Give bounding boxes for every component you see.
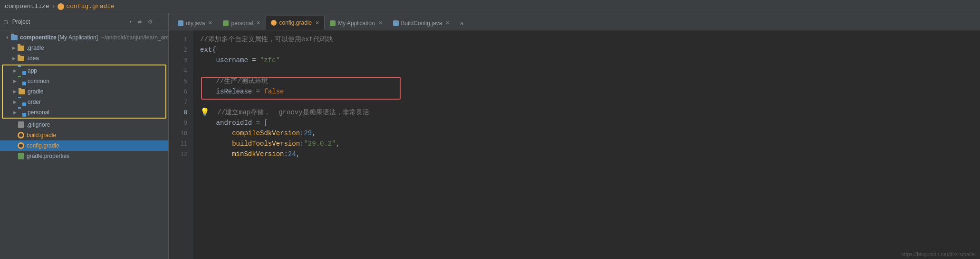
tree-item-build-gradle[interactable]: build.gradle	[0, 130, 168, 140]
line-num-5: 5	[169, 76, 192, 86]
balance-icon[interactable]: ⇌	[136, 18, 144, 26]
tab-label: BuildConfig.java	[401, 20, 442, 27]
code-line-12: minSdkVersion:24,	[200, 149, 980, 159]
personal-module-icon	[18, 109, 26, 116]
tree-item-idea[interactable]: ▶ .idea	[0, 53, 168, 64]
sidebar-dropdown-arrow[interactable]: ▾	[129, 18, 132, 25]
tab-close-button[interactable]: ✕	[378, 20, 383, 26]
tree-root-label: compoentlize [My Application] ~/android/…	[20, 34, 168, 41]
tree-item-label: gradle	[28, 88, 43, 95]
tree-root[interactable]: ▾ compoentlize [My Application] ~/androi…	[0, 32, 168, 43]
lightbulb-icon: 💡	[200, 107, 210, 118]
tab-my-application[interactable]: My Application ✕	[325, 16, 387, 30]
code-token: "29.0.2"	[304, 139, 336, 149]
sidebar: ▢ Project ▾ ⇌ ⚙ — ▾ compoentlize [My App…	[0, 13, 169, 259]
code-token: //生产/测试环境	[200, 76, 268, 86]
config-gradle-icon	[17, 142, 25, 149]
code-content[interactable]: //添加多个自定义属性，可以使用ext代码块 ext{ username = "…	[192, 30, 980, 259]
gradle-folder-icon	[17, 44, 25, 52]
code-line-1: //添加多个自定义属性，可以使用ext代码块	[200, 34, 980, 45]
file-tree: ▾ compoentlize [My Application] ~/androi…	[0, 30, 168, 259]
line-num-12: 12	[169, 149, 192, 159]
tab-close-button[interactable]: ✕	[256, 20, 260, 26]
tab-close-button[interactable]: ✕	[315, 20, 319, 26]
code-token: androidId = [	[200, 118, 268, 128]
tree-item-gradle-props[interactable]: gradle.properties	[0, 151, 168, 161]
code-line-6: isRelease = false	[200, 86, 980, 97]
tab-close-button[interactable]: ✕	[445, 20, 450, 26]
tree-item-label: personal	[28, 109, 49, 116]
tab-label: rity.java	[186, 20, 205, 27]
tab-more-label: a	[460, 20, 463, 27]
code-editor: 1 2 3 4 5 6 7 8 9 10 11 12	[169, 30, 980, 259]
tree-item-label: order	[28, 99, 41, 105]
code-line-3: username = "zfc"	[200, 55, 980, 65]
settings-icon[interactable]: ⚙	[146, 18, 154, 26]
tree-common-arrow: ▶	[11, 78, 18, 84]
line-num-3: 3	[169, 55, 192, 65]
tab-label: config.gradle	[279, 19, 312, 26]
main-layout: ▢ Project ▾ ⇌ ⚙ — ▾ compoentlize [My App…	[0, 13, 980, 259]
tree-item-gitignore[interactable]: .gitignore	[0, 120, 168, 130]
code-line-8: 💡 //建立map存储， groovy是糖果语法，非常灵活	[200, 107, 980, 118]
tree-item-label: common	[28, 78, 49, 84]
tab-more[interactable]: a	[455, 16, 469, 30]
code-token: compileSdkVersion	[200, 128, 300, 139]
code-token: :	[300, 128, 304, 139]
code-line-9: androidId = [	[200, 118, 980, 128]
code-line-7	[200, 97, 980, 107]
tree-item-personal[interactable]: ▶ personal	[3, 107, 165, 118]
tree-item-gradle-hidden[interactable]: ▶ .gradle	[0, 43, 168, 53]
tab-bar: rity.java ✕ personal ✕ config.gradle ✕ M…	[169, 13, 980, 30]
code-line-10: compileSdkVersion:29,	[200, 128, 980, 139]
code-token: //建立map存储， groovy是糖果语法，非常灵活	[213, 107, 369, 118]
module-badge	[22, 71, 26, 75]
code-token: minSdkVersion	[200, 149, 284, 159]
build-gradle-icon	[17, 131, 25, 139]
module-badge	[22, 102, 26, 106]
sidebar-header-icons: ⇌ ⚙ —	[136, 18, 164, 26]
tree-item-order[interactable]: ▶ order	[3, 97, 165, 107]
line-num-8: 8	[169, 107, 192, 118]
code-line-11: buildToolsVersion:"29.0.2",	[200, 139, 980, 149]
common-module-icon	[18, 77, 26, 85]
tab-close-button[interactable]: ✕	[208, 20, 212, 26]
code-token: 24	[288, 149, 296, 159]
line-num-2: 2	[169, 45, 192, 55]
tab-buildconfig-java[interactable]: BuildConfig.java ✕	[388, 16, 455, 30]
root-folder-icon	[10, 34, 18, 41]
breadcrumb-root: compoentlize	[5, 3, 49, 10]
tab-personal[interactable]: personal ✕	[218, 16, 266, 30]
line-num-4: 4	[169, 65, 192, 76]
title-bar: compoentlize › config.gradle	[0, 0, 980, 13]
tab-config-gradle[interactable]: config.gradle ✕	[266, 16, 325, 30]
tree-item-gradle2[interactable]: ▶ gradle	[3, 86, 165, 97]
code-token: false	[264, 86, 284, 97]
code-token: :	[284, 149, 288, 159]
tab-activity-java[interactable]: rity.java ✕	[173, 16, 218, 30]
tree-item-label: .idea	[27, 55, 39, 62]
tree-order-arrow: ▶	[11, 99, 18, 105]
watermark: https://blog.csdn.net/dirk smaller	[901, 251, 976, 257]
module-badge	[22, 113, 26, 117]
tree-item-label: build.gradle	[27, 132, 56, 139]
minus-icon[interactable]: —	[157, 18, 164, 26]
project-folder-icon: ▢	[4, 18, 8, 26]
tree-item-label: .gitignore	[27, 121, 50, 128]
tab-label: personal	[231, 20, 253, 27]
tree-item-common[interactable]: ▶ common	[3, 76, 165, 86]
idea-folder-icon	[17, 55, 25, 62]
java-tab-icon	[393, 20, 399, 26]
gradle-tab-icon	[271, 20, 277, 26]
line-num-11: 11	[169, 139, 192, 149]
tree-item-app[interactable]: ▶ app	[3, 65, 165, 76]
gradle2-folder-icon	[18, 88, 26, 95]
code-content-inner: //添加多个自定义属性，可以使用ext代码块 ext{ username = "…	[200, 34, 980, 159]
code-token: ,	[312, 128, 316, 139]
line-num-6: 6	[169, 86, 192, 97]
yellow-border-group: ▶ app ▶	[2, 65, 166, 119]
breadcrumb-file: config.gradle	[58, 3, 114, 10]
code-token: ,	[296, 149, 300, 159]
tree-item-config-gradle[interactable]: config.gradle	[0, 140, 168, 151]
gradle-props-icon	[17, 152, 25, 160]
